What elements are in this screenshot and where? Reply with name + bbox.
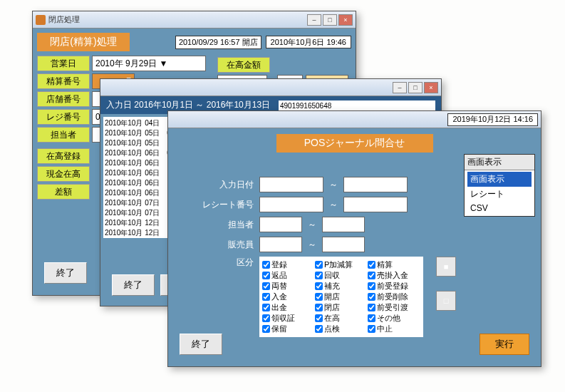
record-button[interactable]: □ [436, 291, 456, 311]
class-check[interactable]: 登録 [262, 259, 315, 270]
open-time-chip: 2010/09/29 16:57 開店 [175, 36, 261, 49]
exec-button[interactable]: 実行 [480, 334, 529, 355]
heading: 閉店(精算)処理 [37, 33, 130, 51]
class-check[interactable]: 前受削除 [368, 292, 420, 302]
calc-no-label: 精算番号 [37, 73, 90, 89]
receipt-label: レシート番号 [174, 199, 259, 211]
app-icon [36, 15, 46, 25]
biz-day-label: 営業日 [37, 56, 90, 71]
class-check[interactable]: 補充 [315, 281, 368, 292]
store-no-label: 店舗番号 [37, 91, 90, 107]
date-to-field[interactable]: 2019/10/12 [343, 177, 408, 192]
stop-button[interactable]: ■ [436, 257, 456, 277]
titlebar[interactable]: 2019年10月12日 14:16 [168, 111, 541, 128]
class-check[interactable]: 閉店 [315, 302, 368, 313]
class-check[interactable]: 精算 [368, 259, 420, 270]
class-check[interactable]: その他 [368, 313, 420, 324]
select-header[interactable]: 画面表示 [465, 155, 534, 170]
class-check[interactable]: 領収証 [262, 313, 315, 324]
class-check[interactable]: 保留 [262, 324, 315, 334]
class-check[interactable]: 中止 [368, 324, 420, 334]
select-option[interactable]: 画面表示 [467, 172, 532, 187]
sales-label: 販売員 [174, 239, 259, 251]
heading: POSジャーナル問合せ [276, 134, 433, 153]
class-label: 区分 [174, 257, 259, 269]
titlebar[interactable]: 閉店処理 –□× [33, 11, 356, 29]
output-mode-select[interactable]: 画面表示 画面表示レシートCSV [464, 154, 535, 217]
reg-no-label: レジ番号 [37, 109, 90, 125]
close-icon[interactable]: × [338, 14, 353, 26]
maximize-icon[interactable]: □ [408, 82, 423, 93]
class-check[interactable]: 点検 [315, 324, 368, 334]
maximize-icon[interactable]: □ [323, 14, 337, 26]
class-check[interactable]: 開店 [315, 292, 368, 302]
class-check[interactable]: 売掛入金 [368, 270, 420, 281]
close-icon[interactable]: × [424, 82, 438, 93]
cash-reg-label: 在高登録 [37, 148, 90, 164]
class-check[interactable]: 回収 [315, 270, 368, 281]
exit-button[interactable]: 終了 [112, 274, 155, 296]
staff-to-field[interactable]: 99999 [322, 217, 365, 232]
date-from-field[interactable]: 2019/10/12 [259, 177, 323, 192]
window-title: 閉店処理 [48, 14, 80, 25]
cash-amt-label: 現金在高 [37, 166, 90, 182]
class-check[interactable]: 前受引渡 [368, 302, 420, 313]
class-check[interactable]: 前受登録 [368, 281, 420, 292]
pos-journal-query-window: 2019年10月12日 14:16 POSジャーナル問合せ 画面表示 画面表示レ… [167, 110, 541, 367]
exit-button[interactable]: 終了 [44, 262, 87, 284]
timestamp: 2010年10月6日 19:46 [266, 36, 351, 48]
staff-from-field[interactable]: 0 [259, 217, 302, 232]
staff-label: 担当者 [37, 127, 90, 143]
date-label: 入力日付 [174, 179, 259, 191]
class-check[interactable]: 出金 [262, 302, 315, 313]
receipt-from-field[interactable]: 0 [259, 197, 323, 212]
sales-from-field[interactable]: 0 [259, 237, 302, 252]
class-check[interactable]: P加減算 [315, 259, 368, 270]
detail-code: 4901991650648 [280, 102, 434, 110]
minimize-icon[interactable]: – [393, 82, 407, 93]
select-option[interactable]: レシート [467, 187, 532, 202]
class-check[interactable]: 在高 [315, 313, 368, 324]
class-checkboxes[interactable]: 登録P加減算精算返品回収売掛入金両替補充前受登録入金開店前受削除出金閉店前受引渡… [259, 257, 423, 337]
cash-bal-label: 在高金額 [217, 57, 270, 73]
staff-label: 担当者 [174, 219, 259, 231]
class-check[interactable]: 両替 [262, 281, 315, 292]
sales-to-field[interactable]: 99999 [322, 237, 365, 252]
exit-button[interactable]: 終了 [180, 334, 222, 355]
biz-day-field[interactable]: 2010年 9月29日 ▼ [92, 56, 206, 71]
select-option[interactable]: CSV [467, 202, 532, 215]
timestamp: 2019年10月12日 14:16 [447, 113, 538, 126]
titlebar[interactable]: –□× [100, 79, 441, 96]
range-sep: ～ [329, 179, 338, 191]
class-check[interactable]: 返品 [262, 270, 315, 281]
class-check[interactable]: 入金 [262, 292, 315, 302]
diff-label: 差額 [37, 184, 90, 200]
receipt-to-field[interactable]: 99999999 [343, 197, 408, 212]
minimize-icon[interactable]: – [307, 14, 321, 26]
